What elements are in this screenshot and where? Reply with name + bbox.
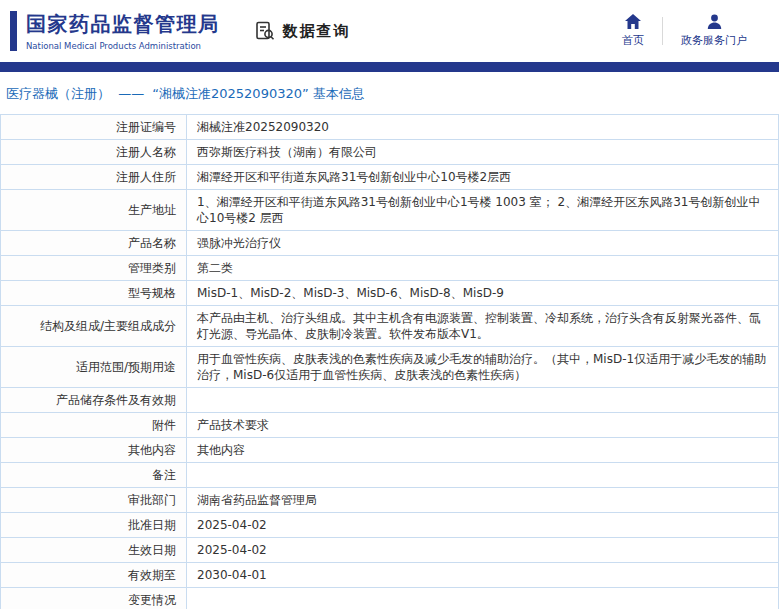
table-row: 注册人住所 湘潭经开区和平街道东风路31号创新创业中心10号楼2层西 — [1, 165, 779, 190]
table-row: 型号规格 MisD-1、MisD-2、MisD-3、MisD-6、MisD-8、… — [1, 281, 779, 306]
row-label: 管理类别 — [1, 256, 187, 280]
org-name-en: National Medical Products Administration — [26, 41, 220, 51]
row-value: 2030-04-01 — [187, 563, 779, 587]
row-label: 型号规格 — [1, 281, 187, 305]
table-row: 注册人名称 西弥斯医疗科技（湖南）有限公司 — [1, 140, 779, 165]
table-row: 批准日期 2025-04-02 — [1, 513, 779, 538]
row-value: 第二类 — [187, 256, 779, 280]
table-row: 有效期至 2030-04-01 — [1, 563, 779, 588]
row-value: 2025-04-02 — [187, 538, 779, 562]
table-row: 结构及组成/主要组成成分 本产品由主机、治疗头组成。其中主机含有电源装置、控制装… — [1, 306, 779, 347]
breadcrumb: 医疗器械（注册） —— “湘械注准20252090320” 基本信息 — [0, 72, 779, 114]
row-value: 湘械注准20252090320 — [187, 115, 779, 139]
page: 国家药品监督管理局 National Medical Products Admi… — [0, 0, 779, 609]
table-row: 适用范围/预期用途 用于血管性疾病、皮肤表浅的色素性疾病及减少毛发的辅助治疗。（… — [1, 347, 779, 388]
row-value: 用于血管性疾病、皮肤表浅的色素性疾病及减少毛发的辅助治疗。（其中，MisD-1仅… — [187, 347, 779, 387]
table-row: 生效日期 2025-04-02 — [1, 538, 779, 563]
row-value: 本产品由主机、治疗头组成。其中主机含有电源装置、控制装置、冷却系统，治疗头含有反… — [187, 306, 779, 346]
brand[interactable]: 国家药品监督管理局 National Medical Products Admi… — [10, 11, 220, 51]
brand-accent-bar — [10, 11, 17, 51]
row-value: 湘潭经开区和平街道东风路31号创新创业中心10号楼2层西 — [187, 165, 779, 189]
table-row: 管理类别 第二类 — [1, 256, 779, 281]
site-header: 国家药品监督管理局 National Medical Products Admi… — [0, 0, 779, 62]
row-label: 适用范围/预期用途 — [1, 347, 187, 387]
nav-portal-label: 政务服务门户 — [681, 33, 747, 48]
table-row: 审批部门 湖南省药品监督管理局 — [1, 488, 779, 513]
registration-table: 注册证编号 湘械注准20252090320 注册人名称 西弥斯医疗科技（湖南）有… — [0, 114, 779, 609]
row-label: 有效期至 — [1, 563, 187, 587]
row-value — [187, 463, 779, 487]
row-value: 其他内容 — [187, 438, 779, 462]
nav-home[interactable]: 首页 — [604, 14, 662, 48]
row-label: 结构及组成/主要组成成分 — [1, 306, 187, 346]
brand-text: 国家药品监督管理局 National Medical Products Admi… — [26, 11, 220, 51]
table-row: 变更情况 — [1, 588, 779, 609]
org-name-cn: 国家药品监督管理局 — [26, 11, 220, 38]
breadcrumb-category[interactable]: 医疗器械（注册） — [6, 86, 110, 101]
page-title: “湘械注准20252090320” 基本信息 — [152, 86, 365, 101]
row-value — [187, 388, 779, 412]
row-label: 审批部门 — [1, 488, 187, 512]
top-nav: 首页 政务服务门户 — [604, 14, 765, 48]
row-value: MisD-1、MisD-2、MisD-3、MisD-6、MisD-8、MisD-… — [187, 281, 779, 305]
row-label: 变更情况 — [1, 588, 187, 609]
table-row: 产品储存条件及有效期 — [1, 388, 779, 413]
row-label: 备注 — [1, 463, 187, 487]
row-label: 附件 — [1, 413, 187, 437]
nav-portal[interactable]: 政务服务门户 — [663, 14, 765, 48]
row-label: 其他内容 — [1, 438, 187, 462]
row-label: 产品储存条件及有效期 — [1, 388, 187, 412]
row-label: 注册人名称 — [1, 140, 187, 164]
table-row: 备注 — [1, 463, 779, 488]
row-label: 注册人住所 — [1, 165, 187, 189]
table-row: 生产地址 1、湘潭经开区和平街道东风路31号创新创业中心1号楼 1003 室； … — [1, 190, 779, 231]
header-band — [0, 62, 779, 72]
row-value: 1、湘潭经开区和平街道东风路31号创新创业中心1号楼 1003 室； 2、湘潭经… — [187, 190, 779, 230]
row-value: 西弥斯医疗科技（湖南）有限公司 — [187, 140, 779, 164]
data-query-label: 数据查询 — [283, 22, 351, 41]
row-value: 2025-04-02 — [187, 513, 779, 537]
breadcrumb-separator: —— — [118, 86, 144, 101]
nav-home-label: 首页 — [622, 33, 644, 48]
row-value — [187, 588, 779, 609]
home-icon — [625, 14, 641, 29]
user-icon — [707, 14, 722, 29]
row-value: 产品技术要求 — [187, 413, 779, 437]
row-label: 生产地址 — [1, 190, 187, 230]
table-row: 附件 产品技术要求 — [1, 413, 779, 438]
row-value: 湖南省药品监督管理局 — [187, 488, 779, 512]
table-row: 注册证编号 湘械注准20252090320 — [1, 115, 779, 140]
row-label: 注册证编号 — [1, 115, 187, 139]
row-label: 批准日期 — [1, 513, 187, 537]
data-query-section[interactable]: 数据查询 — [254, 20, 351, 42]
table-row: 产品名称 强脉冲光治疗仪 — [1, 231, 779, 256]
row-label: 产品名称 — [1, 231, 187, 255]
row-value: 强脉冲光治疗仪 — [187, 231, 779, 255]
document-search-icon — [254, 20, 276, 42]
row-label: 生效日期 — [1, 538, 187, 562]
table-row: 其他内容 其他内容 — [1, 438, 779, 463]
